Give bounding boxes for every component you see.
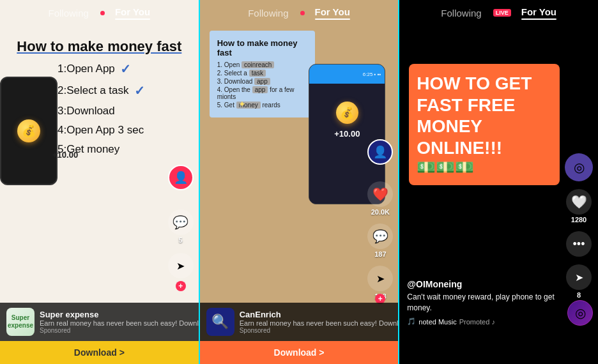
comment-icon-2: 💬 [367,224,393,249]
share-icon-2: ➤ [367,266,393,291]
note-step-2: 2. Select a task [217,70,308,77]
money-emojis-3: 💵💵💵 [417,158,552,176]
video-panel-2: Following For You How to make money fast… [200,0,400,364]
share-btn-3[interactable]: ➤ 8 [566,264,592,299]
music-note-icon-3: 🎵 [407,317,416,326]
live-badge-3: LIVE [493,9,511,17]
comment-icon-3: ••• [566,231,592,257]
note-step-4: 4. Open the app for a few mionts [217,86,308,100]
following-tab-1[interactable]: Following [49,8,89,19]
comment-btn-2[interactable]: 💬 187 [367,224,393,258]
comment-icon-1: 💬 [168,209,194,235]
step-2: 2:Select a task✓ [57,83,192,98]
live-dot-2 [300,11,305,15]
promoted-badge-3: Promoted ♪ [459,318,495,326]
ad-sponsored-1: Sponsored [40,327,200,334]
music-disc-3[interactable]: ◎ [567,300,593,326]
like-count-3: 1280 [571,216,586,224]
following-tab-2[interactable]: Following [248,8,288,19]
comment-count-1: 5 [179,236,183,244]
share-icon-1: ➤ [168,253,194,278]
top-nav-3: Following LIVE For You [399,0,598,26]
phone-screen-top-2: 6:25 ▪ ▪▪ [309,64,385,84]
heart-icon-3: 🤍 [566,189,592,215]
side-buttons-1: 👤 + 💬 5 ➤ 16 [168,165,194,287]
ad-text-1: Super expense Earn real money has never … [40,310,200,334]
like-btn-3[interactable]: 🤍 1280 [566,189,592,224]
ad-sponsored-2: Sponsored [240,327,400,334]
avatar-2[interactable]: 👤 [367,139,393,165]
big-title-container-3: HOW TO GET FAST FREE MONEY ONLINE!!! 💵💵💵 [409,64,560,185]
live-dot-1 [100,11,105,15]
music-name-3: noted Music [418,318,456,326]
note-title-2: How to make money fast [217,38,308,57]
video-note-2: How to make money fast 1. Open coinreach… [210,31,316,118]
ad-logo-2: 🔍 [206,308,234,336]
coin-sparkle-2: ✦ [238,99,246,109]
for-you-tab-2[interactable]: For You [315,6,350,20]
step-3: 3:Download [57,105,192,118]
avatar-1[interactable]: 👤 [168,165,194,190]
big-title-text-3: HOW TO GET FAST FREE MONEY ONLINE!!! [417,73,552,158]
ad-info-2: 🔍 CanEnrich Earn real money has never be… [200,303,399,341]
like-btn-2[interactable]: ❤️ 20.0K [367,181,393,216]
video-panel-1: Following For You 💰 +10.00 How to make m… [0,0,200,364]
comment-btn-3[interactable]: ••• [566,231,592,257]
bottom-info-3: @OIMoneing Can't wait money reward, play… [407,279,563,326]
note-step-1: 1. Open coinreach [217,61,308,68]
share-count-3: 8 [577,291,581,299]
ad-name-1: Super expense [40,310,200,319]
music-info-3: 🎵 noted Music Promoted ♪ [407,317,563,326]
ad-logo-1: Superexpense [6,308,34,336]
avatar-container-1[interactable]: 👤 + [168,165,194,190]
profile-circle-3[interactable]: ◎ [565,153,593,181]
step-5: 5:Get money [57,143,192,156]
ad-banner-2: 🔍 CanEnrich Earn real money has never be… [200,303,399,364]
follow-plus-1: + [176,281,186,291]
following-tab-3[interactable]: Following [441,8,481,19]
ad-text-2: CanEnrich Earn real money has never been… [240,310,400,334]
video-panel-3: Following LIVE For You HOW TO GET FAST F… [399,0,598,364]
comment-btn-1[interactable]: 💬 5 [168,209,194,244]
step-1: 1:Open App✓ [57,61,192,77]
big-title-box-3: HOW TO GET FAST FREE MONEY ONLINE!!! 💵💵💵 [409,64,560,185]
side-buttons-3: ◎ 🤍 1280 ••• ➤ 8 [565,153,593,299]
ad-desc-2: Earn real money has never been such easy… [240,319,400,327]
ad-name-2: CanEnrich [240,310,400,319]
side-buttons-2: 👤 + ❤️ 20.0K 💬 187 ➤ 158 [367,139,393,300]
share-icon-3: ➤ [566,264,592,290]
download-btn-2[interactable]: Download > [200,341,399,364]
for-you-tab-3[interactable]: For You [521,6,556,20]
video-title-1: How to make money fast [6,38,192,55]
avatar-container-2[interactable]: 👤 + [367,139,393,165]
ad-banner-1: Superexpense Super expense Earn real mon… [0,303,199,364]
desc-text-3: Can't wait money reward, play phone to g… [407,292,563,314]
like-count-2: 20.0K [371,208,390,216]
note-step-5: 5. Get money reards [217,102,308,109]
video-content-1: How to make money fast 1:Open App✓ 2:Sel… [6,38,192,162]
step-4: 4:Open App 3 sec [57,124,192,137]
for-you-tab-1[interactable]: For You [115,6,150,20]
username-3: @OIMoneing [407,279,563,289]
download-btn-1[interactable]: Download > [0,341,199,364]
note-step-3: 3. Download app [217,78,308,85]
top-nav-1: Following For You [0,0,199,26]
ad-info-1: Superexpense Super expense Earn real mon… [0,303,199,341]
top-nav-2: Following For You [200,0,399,26]
comment-count-2: 187 [374,250,386,258]
ad-desc-1: Earn real money has never been such easy… [40,319,200,327]
heart-icon-2: ❤️ [367,181,393,207]
